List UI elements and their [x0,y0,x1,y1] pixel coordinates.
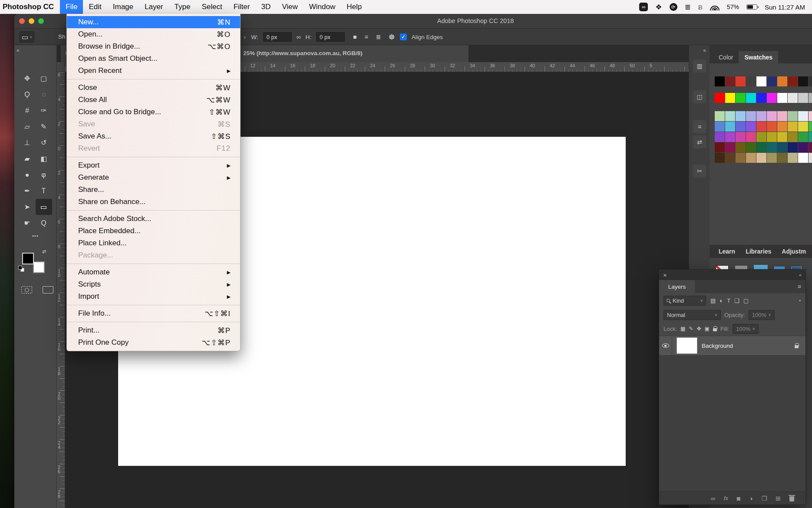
minimize-window-button[interactable] [29,18,34,24]
healing-brush-tool[interactable]: ▱ [19,119,36,135]
color-swatch[interactable] [736,142,746,152]
add-layer-mask-icon[interactable]: ◙ [737,495,740,502]
rectangle-tool[interactable]: ▭ [36,199,52,215]
file-menu-item-save-as[interactable]: Save As...⇧⌘S [67,130,240,142]
pen-tool[interactable]: ✒ [19,183,36,199]
color-swatch[interactable] [798,122,808,132]
color-swatch[interactable] [767,111,777,121]
link-dimensions-icon[interactable]: ∞ [297,33,301,40]
tab-libraries[interactable]: Libraries [741,248,776,255]
lock-artboard-icon[interactable]: ▣ [705,326,710,332]
color-swatch[interactable] [777,76,787,86]
panel-brush-settings-icon[interactable]: ≡ [693,120,706,133]
color-swatch[interactable] [725,76,735,86]
wifi-icon[interactable] [710,4,720,10]
color-swatch[interactable] [798,93,808,103]
file-menu-item-generate[interactable]: Generate▶ [67,172,240,184]
panel-cut-icon[interactable]: ✂ [693,165,706,178]
color-swatch[interactable] [809,111,812,121]
file-menu-item-close-and-go-to-bridge[interactable]: Close and Go to Bridge...⇧⌘W [67,106,240,118]
menubar-menu-edit[interactable]: Edit [83,0,107,14]
file-menu-item-open-recent[interactable]: Open Recent▶ [67,65,240,77]
color-swatch[interactable] [798,132,808,142]
menubar-menu-select[interactable]: Select [196,0,228,14]
color-swatch[interactable] [788,142,798,152]
color-swatch[interactable] [736,76,746,86]
file-menu-item-close-all[interactable]: Close All⌥⌘W [67,94,240,106]
menubar-clock[interactable]: Sun 11:27 AM [765,3,805,11]
path-selection-tool[interactable]: ➤ [19,199,36,215]
color-swatch[interactable] [777,132,787,142]
file-menu-item-print-one-copy[interactable]: Print One Copy⌥⇧⌘P [67,336,240,349]
tab-learn[interactable]: Learn [714,248,740,255]
height-input[interactable]: 0 px [316,32,345,42]
menubar-menu-image[interactable]: Image [107,0,139,14]
lasso-tool[interactable]: Ϙ [19,86,36,102]
default-colors-icon[interactable] [18,266,24,272]
sync-status-icon[interactable]: ⟳ [670,3,677,11]
zoom-tool[interactable]: Q [36,215,52,231]
color-swatch[interactable] [725,132,735,142]
color-swatch[interactable] [756,142,766,152]
color-swatch[interactable] [756,122,766,132]
file-menu-item-place-embedded[interactable]: Place Embedded... [67,225,240,237]
color-swatch[interactable] [777,111,787,121]
crop-tool[interactable]: # [19,102,36,119]
color-swatch[interactable] [725,142,735,152]
blur-tool[interactable]: ● [19,167,36,183]
color-swatch[interactable] [746,122,756,132]
file-menu-item-file-info[interactable]: File Info...⌥⇧⌘I [67,307,240,320]
color-swatch[interactable] [715,132,725,142]
color-swatch[interactable] [756,153,766,163]
creative-cloud-icon[interactable]: ∞ [639,3,648,11]
color-swatch[interactable] [788,153,798,163]
color-swatch[interactable] [809,93,812,103]
color-swatch[interactable] [725,122,735,132]
color-swatch[interactable] [767,122,777,132]
delete-layer-icon[interactable] [789,496,794,501]
filter-smart-object-icon[interactable]: ▢ [743,297,749,304]
tab-adjustments[interactable]: Adjustm [777,248,811,255]
color-swatch[interactable] [756,93,766,103]
arrange-layers-icon[interactable]: ≣ [376,33,381,40]
color-swatch[interactable] [736,122,746,132]
collapse-tools-icon[interactable]: « [17,47,20,53]
quick-mask-icon[interactable] [21,286,32,294]
lock-position-icon[interactable]: ✥ [696,326,701,332]
color-swatch[interactable] [798,111,808,121]
brush-tool[interactable]: ✎ [36,119,52,135]
menubar-menu-filter[interactable]: Filter [228,0,256,14]
color-swatch[interactable] [777,153,787,163]
color-swatch[interactable] [798,153,808,163]
color-swatch[interactable] [736,111,746,121]
expand-panels-icon[interactable]: « [703,47,706,53]
menubar-menu-file[interactable]: File [60,0,83,14]
file-menu-item-place-linked[interactable]: Place Linked... [67,237,240,249]
color-swatch[interactable] [715,122,725,132]
filter-type-layers-icon[interactable]: T [727,297,730,304]
hand-tool[interactable]: ☛ [19,215,36,231]
color-swatch[interactable] [767,132,777,142]
filter-adjustment-layers-icon[interactable]: ◐ [720,297,723,304]
tab-color[interactable]: Color [713,51,739,63]
menubar-menu-window[interactable]: Window [304,0,341,14]
path-operations-icon[interactable]: ■ [353,33,356,40]
color-swatch[interactable] [746,111,756,121]
filter-toggle-icon[interactable]: ● [799,298,801,303]
app-menu-title[interactable]: Photoshop CC [0,0,60,14]
color-swatch[interactable] [725,153,735,163]
color-swatch[interactable] [767,142,777,152]
swap-colors-icon[interactable]: ⇄ [42,249,46,254]
layer-style-icon[interactable]: fx [724,495,728,501]
color-swatch[interactable] [809,132,812,142]
filter-shape-layers-icon[interactable]: ❑ [734,297,739,304]
file-menu-item-share-on-behance[interactable]: Share on Behance... [67,196,240,208]
menubar-menu-layer[interactable]: Layer [139,0,169,14]
color-swatch[interactable] [809,142,812,152]
color-swatch[interactable] [767,153,777,163]
file-menu-item-open-as-smart-object[interactable]: Open as Smart Object... [67,53,240,65]
color-swatch[interactable] [736,153,746,163]
opacity-dropdown[interactable]: 100%∨ [749,310,775,320]
lock-transparency-icon[interactable]: ▦ [680,326,685,332]
file-menu-item-share[interactable]: Share... [67,184,240,196]
